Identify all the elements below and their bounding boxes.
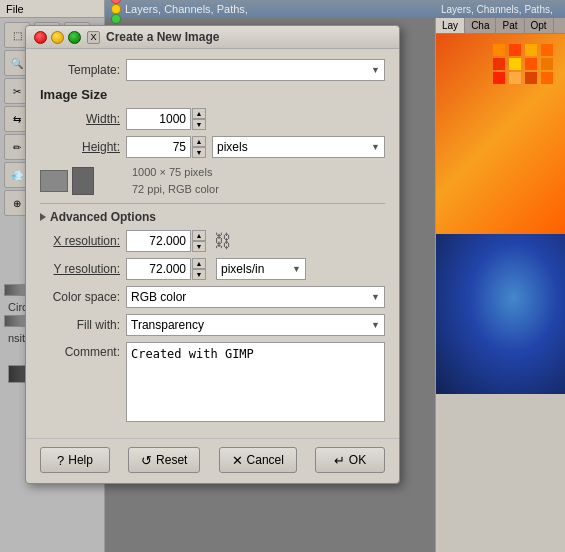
x-res-input[interactable] bbox=[126, 230, 191, 252]
y-res-row: Y resolution: ▲ ▼ pixels/in ▼ bbox=[40, 258, 385, 280]
y-res-spin-down[interactable]: ▼ bbox=[192, 269, 206, 280]
main-minimize-btn[interactable] bbox=[111, 4, 121, 14]
y-res-spin-buttons: ▲ ▼ bbox=[192, 258, 206, 280]
height-spin-down[interactable]: ▼ bbox=[192, 147, 206, 158]
blue-swirl-decoration bbox=[436, 234, 565, 394]
section-divider bbox=[40, 203, 385, 204]
right-panel: Layers, Channels, Paths, Lay Cha Pat Opt bbox=[435, 0, 565, 552]
y-res-input[interactable] bbox=[126, 258, 191, 280]
template-arrow-icon: ▼ bbox=[371, 65, 380, 75]
x-res-spin-down[interactable]: ▼ bbox=[192, 241, 206, 252]
tab-paths[interactable]: Pat bbox=[496, 18, 524, 33]
help-icon: ? bbox=[57, 453, 64, 468]
width-spin-up[interactable]: ▲ bbox=[192, 108, 206, 119]
cancel-button[interactable]: ✕ Cancel bbox=[219, 447, 297, 473]
chain-link-icon[interactable]: ⛓ bbox=[214, 231, 232, 252]
fill-with-arrow-icon: ▼ bbox=[371, 320, 380, 330]
main-win-controls bbox=[111, 0, 121, 24]
res-units-arrow-icon: ▼ bbox=[292, 264, 301, 274]
height-spin-up[interactable]: ▲ bbox=[192, 136, 206, 147]
res-units-value: pixels/in bbox=[221, 262, 264, 276]
create-image-dialog: X Create a New Image Template: ▼ Image S… bbox=[25, 25, 400, 484]
width-input[interactable] bbox=[126, 108, 191, 130]
dialog-buttons: ? Help ↺ Reset ✕ Cancel ↵ OK bbox=[26, 438, 399, 483]
advanced-label: Advanced Options bbox=[50, 210, 156, 224]
advanced-options-toggle[interactable]: Advanced Options bbox=[40, 210, 385, 224]
dialog-title: Create a New Image bbox=[106, 30, 391, 44]
tab-channels[interactable]: Cha bbox=[465, 18, 496, 33]
height-row: Height: ▲ ▼ pixels ▼ bbox=[40, 136, 385, 158]
fill-with-row: Fill with: Transparency ▼ bbox=[40, 314, 385, 336]
dialog-minimize-btn[interactable] bbox=[51, 31, 64, 44]
x-res-spin-up[interactable]: ▲ bbox=[192, 230, 206, 241]
units-value: pixels bbox=[217, 140, 248, 154]
reset-icon: ↺ bbox=[141, 453, 152, 468]
dialog-close-x[interactable]: X bbox=[87, 31, 100, 44]
units-combo[interactable]: pixels ▼ bbox=[212, 136, 385, 158]
dialog-titlebar: X Create a New Image bbox=[26, 26, 399, 49]
units-arrow-icon: ▼ bbox=[371, 142, 380, 152]
triangle-icon bbox=[40, 213, 46, 221]
y-res-spin-up[interactable]: ▲ bbox=[192, 258, 206, 269]
fill-with-combo[interactable]: Transparency ▼ bbox=[126, 314, 385, 336]
ok-button[interactable]: ↵ OK bbox=[315, 447, 385, 473]
portrait-thumb-icon bbox=[72, 167, 94, 195]
cancel-icon: ✕ bbox=[232, 453, 243, 468]
comment-textarea[interactable] bbox=[126, 342, 385, 422]
dialog-body: Template: ▼ Image Size Width: ▲ ▼ Height… bbox=[26, 49, 399, 438]
color-space-combo[interactable]: RGB color ▼ bbox=[126, 286, 385, 308]
tab-options[interactable]: Opt bbox=[525, 18, 554, 33]
ok-icon: ↵ bbox=[334, 453, 345, 468]
file-menu-label[interactable]: File bbox=[6, 3, 24, 15]
width-row: Width: ▲ ▼ bbox=[40, 108, 385, 130]
res-units-combo[interactable]: pixels/in ▼ bbox=[216, 258, 306, 280]
image-size-title: Image Size bbox=[40, 87, 385, 102]
layer-tab-bar: Lay Cha Pat Opt bbox=[436, 18, 565, 34]
cancel-label: Cancel bbox=[247, 453, 284, 467]
height-spin-buttons: ▲ ▼ bbox=[192, 136, 206, 158]
x-res-spin-buttons: ▲ ▼ bbox=[192, 230, 206, 252]
width-spin-buttons: ▲ ▼ bbox=[192, 108, 206, 130]
template-row: Template: ▼ bbox=[40, 59, 385, 81]
main-maximize-btn[interactable] bbox=[111, 14, 121, 24]
help-label: Help bbox=[68, 453, 93, 467]
tab-layers[interactable]: Lay bbox=[436, 18, 465, 33]
x-res-input-wrap: ▲ ▼ bbox=[126, 230, 206, 252]
color-space-label: Color space: bbox=[40, 290, 120, 304]
toolbar-menu[interactable]: File bbox=[0, 0, 104, 18]
reset-label: Reset bbox=[156, 453, 187, 467]
orange-pattern bbox=[493, 44, 555, 84]
comment-row: Comment: bbox=[40, 342, 385, 422]
color-space-value: RGB color bbox=[131, 290, 186, 304]
orange-decoration bbox=[436, 34, 565, 234]
width-input-wrap: ▲ ▼ bbox=[126, 108, 206, 130]
image-info-line2: 72 ppi, RGB color bbox=[132, 181, 219, 198]
image-info-row: 1000 × 75 pixels 72 ppi, RGB color bbox=[40, 164, 385, 197]
height-label: Height: bbox=[40, 140, 120, 154]
fill-with-value: Transparency bbox=[131, 318, 204, 332]
gimp-window-title: Layers, Channels, Paths, bbox=[105, 0, 435, 18]
color-space-row: Color space: RGB color ▼ bbox=[40, 286, 385, 308]
ok-label: OK bbox=[349, 453, 366, 467]
template-combo[interactable]: ▼ bbox=[126, 59, 385, 81]
height-input-wrap: ▲ ▼ bbox=[126, 136, 206, 158]
width-spin-down[interactable]: ▼ bbox=[192, 119, 206, 130]
dialog-maximize-btn[interactable] bbox=[68, 31, 81, 44]
template-label: Template: bbox=[40, 63, 120, 77]
fill-with-label: Fill with: bbox=[40, 318, 120, 332]
landscape-thumb-icon bbox=[40, 170, 68, 192]
y-res-input-wrap: ▲ ▼ bbox=[126, 258, 206, 280]
dialog-win-controls bbox=[34, 31, 81, 44]
dialog-close-btn[interactable] bbox=[34, 31, 47, 44]
reset-button[interactable]: ↺ Reset bbox=[128, 447, 200, 473]
help-button[interactable]: ? Help bbox=[40, 447, 110, 473]
image-info: 1000 × 75 pixels 72 ppi, RGB color bbox=[132, 164, 219, 197]
right-panel-content: Lay Cha Pat Opt bbox=[436, 18, 565, 394]
color-space-arrow-icon: ▼ bbox=[371, 292, 380, 302]
layers-window-title-text: Layers, Channels, Paths, bbox=[125, 3, 248, 15]
y-res-label: Y resolution: bbox=[40, 262, 120, 276]
comment-label: Comment: bbox=[40, 342, 120, 359]
layers-panel-title-text: Layers, Channels, Paths, bbox=[441, 4, 553, 15]
x-res-label: X resolution: bbox=[40, 234, 120, 248]
height-input[interactable] bbox=[126, 136, 191, 158]
